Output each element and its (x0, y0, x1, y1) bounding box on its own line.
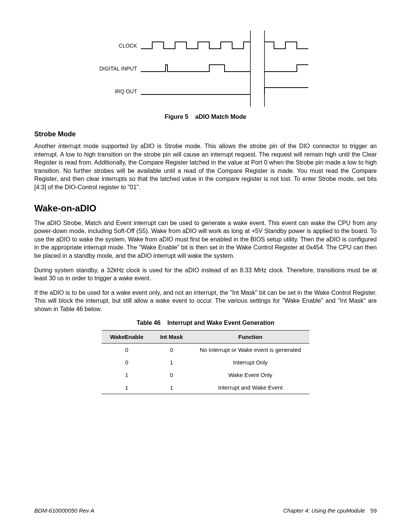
para-wake-3: If the aDIO is to be used for a wake eve… (34, 289, 377, 313)
table-title: Interrupt and Wake Event Generation (167, 320, 274, 326)
para-wake-2: During system standby, a 32kHz clock is … (34, 266, 377, 283)
figure-title: aDIO Match Mode (195, 113, 246, 120)
footer-doc-id: BDM-610000050 Rev A (34, 507, 94, 514)
table-label: Table 46 (137, 320, 161, 326)
heading-wake-on-adio: Wake-on-aDIO (34, 203, 377, 214)
table-row: 1 0 Wake Event Only (102, 369, 309, 381)
table-caption: Table 46Interrupt and Wake Event Generat… (34, 320, 377, 326)
para-strobe-mode: Another interrupt mode supported by aDIO… (34, 142, 377, 192)
figure-label: Figure 5 (165, 113, 188, 120)
table-row: 0 0 No Interrupt or Wake event is genera… (102, 343, 309, 356)
page-footer: BDM-610000050 Rev A Chapter 4: Using the… (34, 507, 377, 514)
signal-label-digital-input: DIGITAL INPUT (99, 66, 137, 72)
table-header-function: Function (191, 330, 309, 343)
table-header-wakeenable: WakeEnable (102, 330, 152, 343)
table-header-intmask: Int Mask (152, 330, 191, 343)
timing-diagram: CLOCK DIGITAL INPUT IRQ OUT (34, 30, 377, 113)
footer-chapter: Chapter 4: Using the cpuModule (283, 507, 365, 514)
heading-strobe-mode: Strobe Mode (34, 130, 377, 138)
table-row: 0 1 Interrupt Only (102, 356, 309, 369)
figure-caption: Figure 5aDIO Match Mode (34, 113, 377, 120)
para-wake-1: The aDIO Strobe, Match and Event interru… (34, 219, 377, 260)
table-row: 1 1 Interrupt and Wake Event (102, 381, 309, 394)
table-interrupt-wake: WakeEnable Int Mask Function 0 0 No Inte… (102, 330, 309, 394)
signal-label-clock: CLOCK (119, 43, 137, 49)
signal-label-irq-out: IRQ OUT (115, 88, 137, 94)
footer-page-number: 59 (370, 507, 377, 514)
